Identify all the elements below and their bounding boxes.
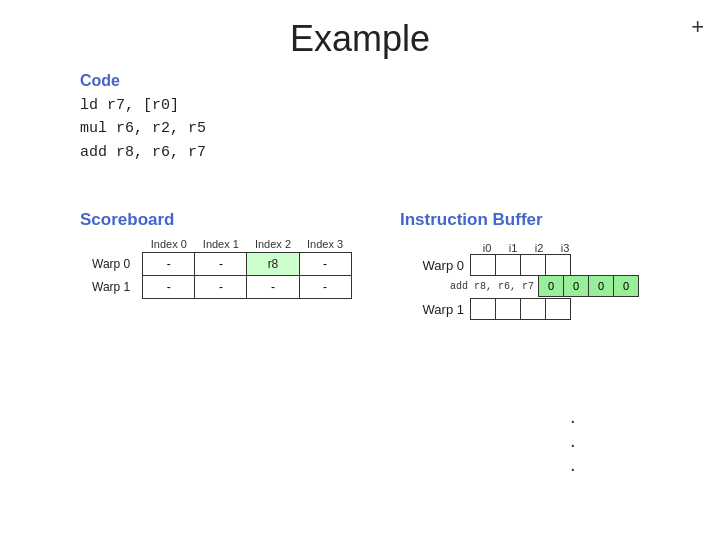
ib-warp1-cell3 [545, 298, 571, 320]
ib-anno-cell3: 0 [613, 275, 639, 297]
instr-buffer-label: Instruction Buffer [400, 210, 543, 230]
sb-col-empty [80, 236, 143, 253]
scoreboard-table: Index 0 Index 1 Index 2 Index 3 Warp 0 -… [80, 236, 352, 299]
code-section: Code ld r7, [r0] mul r6, r2, r5 add r8, … [80, 72, 206, 164]
ib-warp1-row: Warp 1 [418, 298, 638, 320]
ib-warp1-label: Warp 1 [418, 302, 470, 317]
plus-icon: + [691, 14, 704, 40]
ib-warp1-cell0 [470, 298, 496, 320]
sb-col-index2: Index 2 [247, 236, 299, 253]
ib-warp0-cell3 [545, 254, 571, 276]
ib-annotation-cells: 0 0 0 0 [538, 275, 638, 297]
ib-col-i3: i3 [552, 242, 578, 254]
sb-warp1-cell1: - [195, 276, 247, 299]
sb-warp0-cell0: - [143, 253, 195, 276]
sb-warp1-cell3: - [299, 276, 351, 299]
dots: · · · [570, 408, 578, 480]
ib-warp1-cell1 [495, 298, 521, 320]
sb-warp0-cell3: - [299, 253, 351, 276]
dot2: · [570, 432, 578, 456]
dot3: · [570, 456, 578, 480]
ib-warp0-label: Warp 0 [418, 258, 470, 273]
ib-col-i1: i1 [500, 242, 526, 254]
scoreboard-section: Scoreboard Index 0 Index 1 Index 2 Index… [80, 210, 352, 299]
scoreboard-label: Scoreboard [80, 210, 352, 230]
instruction-buffer-section: Instruction Buffer [400, 210, 543, 236]
code-line-3: add r8, r6, r7 [80, 141, 206, 164]
ib-warp0-cell2 [520, 254, 546, 276]
sb-warp0-cell2: r8 [247, 253, 299, 276]
page-title: Example [0, 0, 720, 60]
sb-col-index0: Index 0 [143, 236, 195, 253]
code-label: Code [80, 72, 206, 90]
sb-warp1-cell0: - [143, 276, 195, 299]
code-block: ld r7, [r0] mul r6, r2, r5 add r8, r6, r… [80, 94, 206, 164]
ib-annotation-label: add r8, r6, r7 [418, 281, 538, 292]
ib-warp0-cell1 [495, 254, 521, 276]
ib-anno-cell1: 0 [563, 275, 589, 297]
sb-col-index3: Index 3 [299, 236, 351, 253]
ib-warp0-cell0 [470, 254, 496, 276]
sb-col-index1: Index 1 [195, 236, 247, 253]
ib-col-i2: i2 [526, 242, 552, 254]
ib-warp1-cell2 [520, 298, 546, 320]
ib-annotation-row: add r8, r6, r7 0 0 0 0 [418, 275, 638, 297]
sb-warp0-cell1: - [195, 253, 247, 276]
ib-col-i0: i0 [474, 242, 500, 254]
code-line-2: mul r6, r2, r5 [80, 117, 206, 140]
sb-row-warp1: Warp 1 - - - - [80, 276, 351, 299]
dot1: · [570, 408, 578, 432]
sb-warp0-label: Warp 0 [80, 253, 143, 276]
ib-warp0-cells [470, 254, 570, 276]
ib-anno-cell2: 0 [588, 275, 614, 297]
ib-warp1-cells [470, 298, 570, 320]
ib-warp0-row: Warp 0 [418, 254, 638, 276]
ib-anno-cell0: 0 [538, 275, 564, 297]
sb-warp1-cell2: - [247, 276, 299, 299]
ib-col-headers: i0 i1 i2 i3 [474, 242, 638, 254]
code-line-1: ld r7, [r0] [80, 94, 206, 117]
ib-wrapper: i0 i1 i2 i3 Warp 0 add r8, r6, r7 0 0 0 … [418, 242, 638, 320]
sb-warp1-label: Warp 1 [80, 276, 143, 299]
sb-row-warp0: Warp 0 - - r8 - [80, 253, 351, 276]
